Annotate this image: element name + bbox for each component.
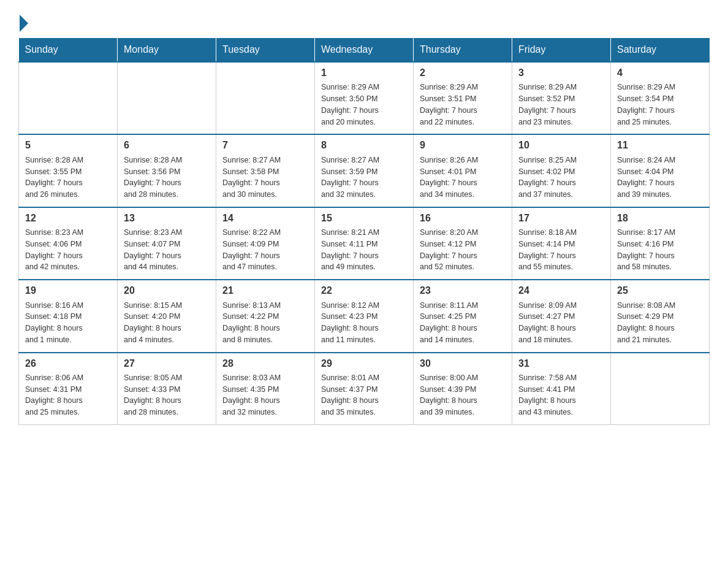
day-number: 14 bbox=[222, 212, 308, 225]
calendar-cell: 7Sunrise: 8:27 AM Sunset: 3:58 PM Daylig… bbox=[216, 134, 315, 207]
calendar-cell: 13Sunrise: 8:23 AM Sunset: 4:07 PM Dayli… bbox=[118, 207, 216, 280]
calendar-cell: 26Sunrise: 8:06 AM Sunset: 4:31 PM Dayli… bbox=[19, 353, 118, 425]
calendar-cell: 12Sunrise: 8:23 AM Sunset: 4:06 PM Dayli… bbox=[19, 207, 118, 280]
calendar-cell: 30Sunrise: 8:00 AM Sunset: 4:39 PM Dayli… bbox=[414, 353, 512, 425]
day-number: 26 bbox=[25, 357, 111, 370]
day-number: 6 bbox=[124, 139, 210, 152]
day-number: 18 bbox=[617, 212, 703, 225]
day-number: 15 bbox=[321, 212, 407, 225]
calendar-week-row: 19Sunrise: 8:16 AM Sunset: 4:18 PM Dayli… bbox=[19, 280, 710, 352]
calendar-cell: 19Sunrise: 8:16 AM Sunset: 4:18 PM Dayli… bbox=[19, 280, 118, 352]
day-number: 29 bbox=[321, 357, 407, 370]
day-info: Sunrise: 8:29 AM Sunset: 3:50 PM Dayligh… bbox=[321, 82, 407, 128]
day-of-week-header: Saturday bbox=[611, 38, 710, 62]
day-number: 9 bbox=[420, 139, 506, 152]
day-of-week-header: Sunday bbox=[19, 38, 118, 62]
logo-arrow-icon bbox=[20, 15, 28, 32]
calendar-cell: 16Sunrise: 8:20 AM Sunset: 4:12 PM Dayli… bbox=[414, 207, 512, 280]
day-info: Sunrise: 8:29 AM Sunset: 3:52 PM Dayligh… bbox=[518, 82, 604, 128]
day-info: Sunrise: 8:08 AM Sunset: 4:29 PM Dayligh… bbox=[617, 300, 703, 346]
logo bbox=[18, 12, 28, 32]
day-info: Sunrise: 8:13 AM Sunset: 4:22 PM Dayligh… bbox=[222, 300, 308, 346]
day-number: 2 bbox=[420, 66, 506, 80]
day-number: 21 bbox=[222, 284, 308, 297]
calendar-cell: 29Sunrise: 8:01 AM Sunset: 4:37 PM Dayli… bbox=[315, 353, 414, 425]
day-info: Sunrise: 8:24 AM Sunset: 4:04 PM Dayligh… bbox=[617, 155, 703, 201]
day-of-week-header: Thursday bbox=[414, 38, 512, 62]
calendar-cell: 28Sunrise: 8:03 AM Sunset: 4:35 PM Dayli… bbox=[216, 353, 315, 425]
day-number: 10 bbox=[518, 139, 604, 152]
calendar-header: SundayMondayTuesdayWednesdayThursdayFrid… bbox=[19, 38, 710, 62]
day-info: Sunrise: 8:26 AM Sunset: 4:01 PM Dayligh… bbox=[420, 155, 506, 201]
calendar-cell: 2Sunrise: 8:29 AM Sunset: 3:51 PM Daylig… bbox=[414, 62, 512, 134]
day-number: 28 bbox=[222, 357, 308, 370]
day-number: 3 bbox=[518, 66, 604, 80]
day-info: Sunrise: 8:03 AM Sunset: 4:35 PM Dayligh… bbox=[222, 372, 308, 418]
calendar-cell bbox=[611, 353, 710, 425]
calendar-cell: 8Sunrise: 8:27 AM Sunset: 3:59 PM Daylig… bbox=[315, 134, 414, 207]
calendar-cell: 23Sunrise: 8:11 AM Sunset: 4:25 PM Dayli… bbox=[414, 280, 512, 352]
calendar-cell bbox=[216, 62, 315, 134]
day-info: Sunrise: 8:12 AM Sunset: 4:23 PM Dayligh… bbox=[321, 300, 407, 346]
day-info: Sunrise: 8:06 AM Sunset: 4:31 PM Dayligh… bbox=[25, 372, 111, 418]
day-info: Sunrise: 8:28 AM Sunset: 3:55 PM Dayligh… bbox=[25, 155, 111, 201]
day-info: Sunrise: 8:11 AM Sunset: 4:25 PM Dayligh… bbox=[420, 300, 506, 346]
day-number: 31 bbox=[518, 357, 604, 370]
calendar-cell: 1Sunrise: 8:29 AM Sunset: 3:50 PM Daylig… bbox=[315, 62, 414, 134]
day-info: Sunrise: 8:23 AM Sunset: 4:07 PM Dayligh… bbox=[124, 227, 210, 273]
calendar-cell: 18Sunrise: 8:17 AM Sunset: 4:16 PM Dayli… bbox=[611, 207, 710, 280]
day-number: 25 bbox=[617, 284, 703, 297]
day-number: 17 bbox=[518, 212, 604, 225]
day-info: Sunrise: 8:22 AM Sunset: 4:09 PM Dayligh… bbox=[222, 227, 308, 273]
calendar-week-row: 1Sunrise: 8:29 AM Sunset: 3:50 PM Daylig… bbox=[19, 62, 710, 134]
calendar-cell: 21Sunrise: 8:13 AM Sunset: 4:22 PM Dayli… bbox=[216, 280, 315, 352]
day-info: Sunrise: 8:27 AM Sunset: 3:58 PM Dayligh… bbox=[222, 155, 308, 201]
day-info: Sunrise: 8:20 AM Sunset: 4:12 PM Dayligh… bbox=[420, 227, 506, 273]
calendar-cell: 27Sunrise: 8:05 AM Sunset: 4:33 PM Dayli… bbox=[118, 353, 216, 425]
calendar-cell: 4Sunrise: 8:29 AM Sunset: 3:54 PM Daylig… bbox=[611, 62, 710, 134]
day-number: 5 bbox=[25, 139, 111, 152]
day-info: Sunrise: 8:29 AM Sunset: 3:51 PM Dayligh… bbox=[420, 82, 506, 128]
calendar-cell: 11Sunrise: 8:24 AM Sunset: 4:04 PM Dayli… bbox=[611, 134, 710, 207]
day-number: 4 bbox=[617, 66, 703, 80]
calendar-cell: 24Sunrise: 8:09 AM Sunset: 4:27 PM Dayli… bbox=[512, 280, 611, 352]
day-number: 16 bbox=[420, 212, 506, 225]
calendar-cell: 20Sunrise: 8:15 AM Sunset: 4:20 PM Dayli… bbox=[118, 280, 216, 352]
day-info: Sunrise: 8:15 AM Sunset: 4:20 PM Dayligh… bbox=[124, 300, 210, 346]
day-of-week-header: Wednesday bbox=[315, 38, 414, 62]
calendar-week-row: 26Sunrise: 8:06 AM Sunset: 4:31 PM Dayli… bbox=[19, 353, 710, 425]
day-number: 11 bbox=[617, 139, 703, 152]
calendar-body: 1Sunrise: 8:29 AM Sunset: 3:50 PM Daylig… bbox=[19, 62, 710, 424]
calendar-cell: 9Sunrise: 8:26 AM Sunset: 4:01 PM Daylig… bbox=[414, 134, 512, 207]
day-number: 20 bbox=[124, 284, 210, 297]
calendar-cell: 3Sunrise: 8:29 AM Sunset: 3:52 PM Daylig… bbox=[512, 62, 611, 134]
day-info: Sunrise: 8:17 AM Sunset: 4:16 PM Dayligh… bbox=[617, 227, 703, 273]
day-info: Sunrise: 8:27 AM Sunset: 3:59 PM Dayligh… bbox=[321, 155, 407, 201]
day-of-week-header: Monday bbox=[118, 38, 216, 62]
calendar-cell: 17Sunrise: 8:18 AM Sunset: 4:14 PM Dayli… bbox=[512, 207, 611, 280]
day-info: Sunrise: 8:25 AM Sunset: 4:02 PM Dayligh… bbox=[518, 155, 604, 201]
calendar-cell: 14Sunrise: 8:22 AM Sunset: 4:09 PM Dayli… bbox=[216, 207, 315, 280]
day-info: Sunrise: 8:23 AM Sunset: 4:06 PM Dayligh… bbox=[25, 227, 111, 273]
calendar-cell bbox=[118, 62, 216, 134]
day-number: 7 bbox=[222, 139, 308, 152]
day-of-week-header: Friday bbox=[512, 38, 611, 62]
calendar-cell: 6Sunrise: 8:28 AM Sunset: 3:56 PM Daylig… bbox=[118, 134, 216, 207]
logo-area bbox=[18, 12, 28, 32]
day-number: 30 bbox=[420, 357, 506, 370]
day-number: 12 bbox=[25, 212, 111, 225]
calendar-cell: 5Sunrise: 8:28 AM Sunset: 3:55 PM Daylig… bbox=[19, 134, 118, 207]
calendar-week-row: 5Sunrise: 8:28 AM Sunset: 3:55 PM Daylig… bbox=[19, 134, 710, 207]
calendar-cell bbox=[19, 62, 118, 134]
page-header bbox=[18, 12, 710, 32]
calendar-cell: 10Sunrise: 8:25 AM Sunset: 4:02 PM Dayli… bbox=[512, 134, 611, 207]
day-info: Sunrise: 8:18 AM Sunset: 4:14 PM Dayligh… bbox=[518, 227, 604, 273]
day-number: 22 bbox=[321, 284, 407, 297]
day-info: Sunrise: 8:16 AM Sunset: 4:18 PM Dayligh… bbox=[25, 300, 111, 346]
day-number: 13 bbox=[124, 212, 210, 225]
calendar-cell: 22Sunrise: 8:12 AM Sunset: 4:23 PM Dayli… bbox=[315, 280, 414, 352]
calendar-cell: 15Sunrise: 8:21 AM Sunset: 4:11 PM Dayli… bbox=[315, 207, 414, 280]
day-number: 1 bbox=[321, 66, 407, 80]
calendar-week-row: 12Sunrise: 8:23 AM Sunset: 4:06 PM Dayli… bbox=[19, 207, 710, 280]
day-info: Sunrise: 8:05 AM Sunset: 4:33 PM Dayligh… bbox=[124, 372, 210, 418]
